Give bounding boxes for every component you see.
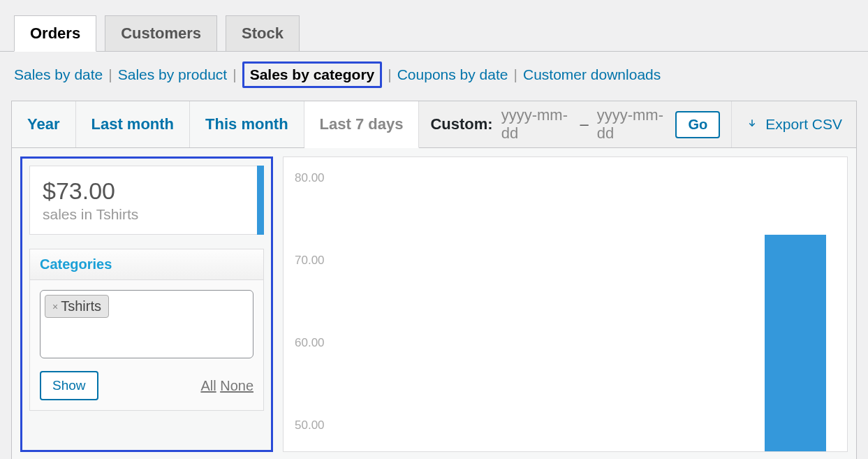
remove-tag-icon[interactable]: × — [52, 301, 58, 312]
separator: | — [108, 66, 112, 83]
stat-card-sales[interactable]: $73.00 sales in Tshirts — [29, 166, 264, 235]
download-icon — [746, 118, 758, 131]
tab-orders[interactable]: Orders — [14, 15, 96, 52]
select-all-none: All None — [200, 378, 253, 394]
separator: | — [514, 66, 517, 83]
stat-accent-bar — [257, 166, 264, 235]
y-tick: 60.00 — [295, 336, 325, 350]
range-custom: Custom: yyyy-mm-dd – yyyy-mm-dd Go — [419, 101, 732, 147]
chart-plot-area — [339, 171, 833, 451]
categories-panel: Categories × Tshirts Show All None — [29, 249, 264, 411]
y-tick: 80.00 — [295, 171, 325, 185]
primary-tabs: Orders Customers Stock — [0, 0, 868, 52]
categories-body: × Tshirts Show All None — [30, 280, 263, 410]
date-range-bar: Year Last month This month Last 7 days C… — [12, 101, 856, 148]
export-label: Export CSV — [765, 116, 842, 133]
range-this-month[interactable]: This month — [190, 101, 304, 147]
categories-input[interactable]: × Tshirts — [40, 290, 253, 358]
range-last-month[interactable]: Last month — [76, 101, 191, 147]
report-body: $73.00 sales in Tshirts Categories × Tsh… — [12, 148, 856, 459]
sales-chart: 80.00 70.00 60.00 50.00 — [283, 156, 848, 452]
y-tick: 70.00 — [295, 254, 325, 268]
stat-value: $73.00 — [43, 177, 251, 205]
separator: | — [233, 66, 236, 83]
dash: – — [580, 115, 588, 133]
go-button[interactable]: Go — [675, 111, 720, 138]
categories-title: Categories — [30, 249, 263, 280]
tab-customers[interactable]: Customers — [105, 15, 217, 52]
chart-bar — [765, 235, 826, 451]
custom-to-input[interactable]: yyyy-mm-dd — [597, 106, 668, 143]
tag-label: Tshirts — [61, 298, 101, 314]
select-none-link[interactable]: None — [220, 378, 253, 393]
stat-label: sales in Tshirts — [43, 206, 251, 223]
categories-actions: Show All None — [40, 371, 253, 400]
subnav-coupons-by-date[interactable]: Coupons by date — [397, 66, 508, 83]
custom-label: Custom: — [430, 115, 492, 133]
subnav-sales-by-product[interactable]: Sales by product — [118, 66, 227, 83]
subnav-customer-downloads[interactable]: Customer downloads — [523, 66, 661, 83]
report-subnav: Sales by date | Sales by product | Sales… — [0, 52, 868, 101]
subnav-sales-by-date[interactable]: Sales by date — [14, 66, 103, 83]
show-button[interactable]: Show — [40, 371, 98, 400]
report-sidebar: $73.00 sales in Tshirts Categories × Tsh… — [20, 156, 273, 452]
separator: | — [388, 66, 391, 83]
range-year[interactable]: Year — [12, 101, 76, 147]
export-csv-button[interactable]: Export CSV — [732, 101, 856, 147]
report-panel: Year Last month This month Last 7 days C… — [11, 101, 857, 459]
category-tag[interactable]: × Tshirts — [45, 295, 109, 318]
range-last-7-days[interactable]: Last 7 days — [304, 101, 420, 148]
y-tick: 50.00 — [295, 418, 325, 432]
select-all-link[interactable]: All — [200, 378, 216, 393]
custom-from-input[interactable]: yyyy-mm-dd — [501, 106, 572, 143]
tab-stock[interactable]: Stock — [226, 15, 300, 52]
subnav-sales-by-category[interactable]: Sales by category — [242, 61, 383, 88]
